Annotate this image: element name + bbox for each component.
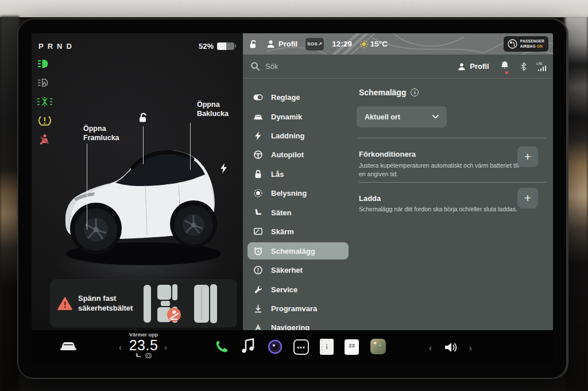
sidebar-item-label: Säten [271, 208, 291, 217]
car-icon [253, 113, 263, 120]
sidebar-item-label: Reglage [271, 93, 300, 102]
sidebar-item-label: Lås [271, 170, 284, 179]
location-dropdown[interactable]: Aktuell ort [357, 106, 447, 127]
alert-circle-icon [253, 266, 263, 274]
apps-more-icon[interactable]: ••• [293, 339, 309, 355]
sos-button[interactable]: SOS↗ [305, 38, 324, 51]
airbag-state: ON [537, 44, 543, 48]
sidebar-item-reglage[interactable]: Reglage [247, 88, 349, 107]
trunk-guide-line [190, 123, 191, 170]
sidebar-item-label: Schemalägg [271, 247, 315, 255]
steering-wheel-icon [253, 150, 263, 159]
sidebar-item-laddning[interactable]: Laddning [247, 126, 349, 145]
volume-up-chevron[interactable]: › [469, 343, 472, 353]
search-input[interactable]: Sök [265, 62, 278, 71]
sidebar-item-label: Belysning [271, 189, 307, 198]
unlock-guide-line [143, 126, 144, 164]
sidebar-item-label: Programvara [271, 304, 317, 313]
background-headliner [0, 0, 588, 17]
settings-panel: Sök Profil LTE [243, 55, 553, 330]
lightning-icon [253, 131, 263, 140]
section-divider [359, 138, 546, 138]
charge-description: Schemalägg när ditt fordon ska börja och… [359, 205, 523, 214]
clock: 12:29 [332, 40, 352, 48]
sidebar-item-schemalagg[interactable]: Schemalägg [247, 242, 349, 260]
section-divider [359, 182, 546, 183]
lock-icon [253, 170, 263, 179]
seat-icon [253, 208, 263, 216]
airbag-icon [508, 39, 517, 49]
sun-icon [360, 40, 368, 48]
chevron-down-icon [432, 115, 439, 119]
toggle-icon [253, 94, 263, 100]
location-dropdown-value: Aktuell ort [365, 113, 400, 121]
charge-port-icon[interactable] [220, 163, 227, 176]
car-controls-icon[interactable] [59, 339, 78, 352]
sidebar-item-sakerhet[interactable]: Säkerhet [247, 261, 349, 280]
seatbelt-warning-text: Spänn fastsäkerhetsbältet [78, 294, 133, 313]
profile-menu-button[interactable]: Profil [266, 40, 297, 48]
climate-next-chevron[interactable]: › [164, 342, 167, 352]
sidebar-item-saten[interactable]: Säten [247, 203, 349, 222]
sidebar-item-las[interactable]: Lås [247, 165, 349, 184]
wrench-icon [253, 285, 263, 293]
seatbelt-warning-card[interactable]: Spänn fastsäkerhetsbältet [51, 280, 237, 327]
battery-icon [217, 42, 234, 50]
alarm-clock-icon [253, 247, 263, 255]
dashcam-app-icon[interactable] [267, 339, 283, 355]
warning-triangle-icon [57, 297, 72, 311]
sidebar-item-label: Laddning [271, 131, 305, 140]
theater-app-icon[interactable]: ✦✦ [370, 339, 386, 354]
precondition-description: Justera kupétemperaturen automatiskt och… [359, 161, 523, 179]
info-icon[interactable]: i [411, 88, 419, 96]
person-icon [266, 40, 275, 48]
car-interior-photo: PRND 52% A [0, 0, 588, 391]
tire-pressure-warning-icon [37, 114, 52, 127]
volume-down-chevron[interactable]: ‹ [429, 343, 432, 353]
frunk-guide-line [87, 144, 87, 230]
seat-occupancy-diagram [142, 284, 230, 324]
battery-percentage: 52% [199, 42, 214, 51]
sidebar-item-skarm[interactable]: Skärm [247, 222, 349, 241]
settings-area: Profil SOS↗ 12:29 15°C PASSENGER AIRBAG … [243, 33, 553, 330]
passenger-airbag-badge: PASSENGER AIRBAG ON [504, 36, 548, 52]
brightness-icon [253, 189, 263, 198]
headlight-auto-icon: A [37, 76, 52, 89]
phone-app-icon[interactable] [214, 339, 229, 354]
add-charge-schedule-button[interactable]: + [517, 188, 538, 208]
music-app-icon[interactable] [241, 338, 255, 354]
sidebar-item-service[interactable]: Service [247, 280, 349, 299]
seat-heater-icons[interactable] [112, 353, 175, 358]
gear-selector-display: PRND [38, 42, 76, 51]
touchscreen: PRND 52% A [32, 33, 553, 365]
background-dashboard-left [0, 16, 20, 391]
top-status-bar: Profil SOS↗ 12:29 15°C PASSENGER AIRBAG … [243, 33, 553, 55]
manual-app-icon[interactable]: i [320, 339, 334, 355]
add-precondition-button[interactable]: + [517, 146, 538, 167]
open-trunk-button[interactable]: ÖppnaBaklucka [197, 100, 229, 119]
launcher-dock: ‹ Värmer upp 23.5 › [32, 330, 553, 365]
unlock-icon[interactable] [138, 113, 149, 125]
volume-icon[interactable] [444, 340, 460, 354]
open-frunk-button[interactable]: ÖppnaFramlucka [83, 124, 119, 143]
seatbelt-warning-icon [37, 133, 52, 146]
unlocked-icon[interactable] [249, 40, 258, 49]
sidebar-item-label: Säkerhet [271, 266, 303, 274]
sidebar-item-label: Service [271, 285, 297, 294]
svg-text:A: A [42, 80, 47, 86]
sidebar-item-label: Skärm [271, 227, 294, 236]
sidebar-item-programvara[interactable]: Programvara [247, 299, 349, 318]
schedule-panel: Schemalägg i Aktuell ort Förkonditionera… [359, 55, 546, 330]
car-status-area: PRND 52% A [32, 33, 243, 330]
display-icon [253, 228, 263, 235]
panel-title: Schemalägg [359, 88, 406, 97]
sidebar-item-belysning[interactable]: Belysning [247, 184, 349, 203]
charge-title: Ladda [359, 194, 381, 203]
sidebar-item-dynamik[interactable]: Dynamik [247, 107, 349, 126]
sidebar-item-autopilot[interactable]: Autopilot [247, 145, 349, 164]
precondition-title: Förkonditionera [359, 150, 416, 158]
vehicle-3d-view[interactable] [60, 141, 230, 270]
calendar-app-icon[interactable]: 23 [345, 339, 359, 355]
sidebar-item-label: Autopilot [271, 150, 304, 159]
outside-temperature: 15°C [360, 40, 388, 48]
